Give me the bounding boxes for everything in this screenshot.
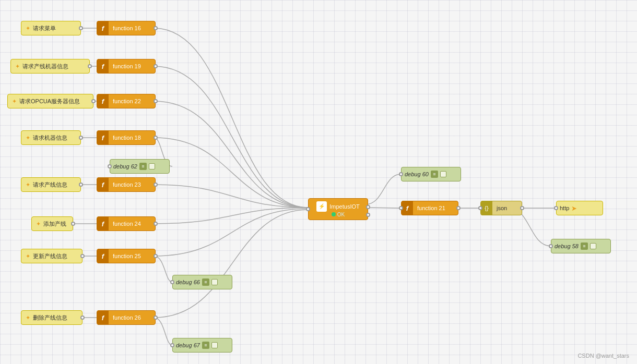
debug-60[interactable]: debug 60 <box>401 167 461 181</box>
function-icon: f <box>402 201 413 215</box>
arrow-icon: ➤ <box>571 204 577 212</box>
impetus-icon: ⚡ <box>316 201 327 212</box>
debug-66[interactable]: debug 66 <box>172 275 232 289</box>
input-line-machine[interactable]: ✦ 请求产线机器信息 <box>10 59 90 74</box>
debug-square-icon <box>211 279 218 285</box>
port-out-line <box>79 183 83 187</box>
port-in-debug58 <box>549 244 553 248</box>
port-out-fn23 <box>154 183 158 187</box>
input-line[interactable]: ✦ 请求产线信息 <box>21 177 81 192</box>
function-21[interactable]: f function 21 <box>401 201 458 215</box>
port-in-impetus <box>306 207 310 211</box>
debug-58[interactable]: debug 58 <box>551 239 611 253</box>
http-node[interactable]: http ➤ <box>556 201 603 215</box>
port-out-update-line <box>80 254 85 258</box>
input-menu[interactable]: ✦ 请求菜单 <box>21 21 81 35</box>
debug-list-icon <box>139 163 147 170</box>
input-machine[interactable]: ✦ 请求机器信息 <box>21 130 81 145</box>
port-out-delete-line <box>80 316 85 320</box>
debug-67[interactable]: debug 67 <box>172 338 232 353</box>
debug-square-icon <box>590 243 596 249</box>
debug-list-icon <box>202 342 209 349</box>
input-add-line[interactable]: ✦ 添加产线 <box>31 216 73 231</box>
port-out-fn21 <box>456 206 461 210</box>
port-out-fn16 <box>154 26 158 30</box>
port-out-impetus2 <box>366 213 370 217</box>
function-25[interactable]: f function 25 <box>97 249 156 263</box>
json-icon: {} <box>481 201 492 215</box>
debug-list-icon <box>581 242 588 250</box>
port-in-http <box>554 206 558 210</box>
port-out-add-line <box>71 222 75 226</box>
port-out-menu <box>79 26 83 30</box>
function-icon: f <box>97 249 109 263</box>
input-opcua[interactable]: ✦ 请求OPCUA服务器信息 <box>7 94 93 108</box>
status-ok-dot <box>332 212 336 216</box>
port-out-fn26 <box>154 316 158 320</box>
port-in-debug67 <box>170 343 174 347</box>
function-icon: f <box>97 216 109 231</box>
port-out-fn22 <box>154 99 158 103</box>
port-in-fn21 <box>399 206 403 210</box>
port-in-debug60 <box>399 172 403 176</box>
port-out-opcua <box>91 99 96 103</box>
function-18[interactable]: f function 18 <box>97 130 156 145</box>
function-icon: f <box>97 59 109 74</box>
function-16[interactable]: f function 16 <box>97 21 156 35</box>
debug-square-icon <box>440 171 446 177</box>
port-in-json <box>478 206 482 210</box>
function-icon: f <box>97 130 109 145</box>
debug-list-icon <box>431 171 438 178</box>
port-out-impetus <box>366 205 370 209</box>
function-22[interactable]: f function 22 <box>97 94 156 108</box>
debug-list-icon <box>202 278 209 286</box>
json-node[interactable]: {} json <box>480 201 522 215</box>
port-out-machine <box>79 136 83 140</box>
debug-square-icon <box>149 163 155 169</box>
debug-62[interactable]: debug 62 <box>110 159 170 174</box>
port-out-line-machine <box>88 64 92 68</box>
port-out-json <box>520 206 524 210</box>
function-icon: f <box>97 310 109 325</box>
port-in-debug62 <box>108 164 112 168</box>
function-19[interactable]: f function 19 <box>97 59 156 74</box>
function-23[interactable]: f function 23 <box>97 177 156 192</box>
function-icon: f <box>97 21 109 35</box>
watermark: CSDN @want_stars <box>577 353 629 359</box>
port-out-fn19 <box>154 64 158 68</box>
port-out-fn18 <box>154 136 158 140</box>
function-26[interactable]: f function 26 <box>97 310 156 325</box>
input-delete-line[interactable]: ✦ 删除产线信息 <box>21 310 82 325</box>
function-icon: f <box>97 177 109 192</box>
port-in-debug66 <box>170 280 174 284</box>
port-out-fn24 <box>154 222 158 226</box>
debug-square-icon <box>211 342 218 348</box>
function-24[interactable]: f function 24 <box>97 216 156 231</box>
function-icon: f <box>97 94 109 108</box>
port-out-fn25 <box>154 254 158 258</box>
impetus-iiot-node[interactable]: ⚡ ImpetusIOT OK <box>308 198 368 220</box>
input-update-line[interactable]: ✦ 更新产线信息 <box>21 249 82 263</box>
